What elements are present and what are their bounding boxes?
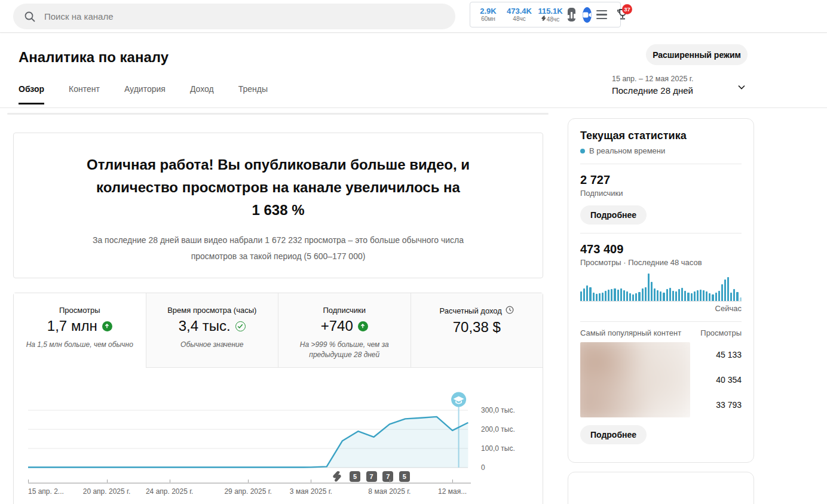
date-range-picker[interactable]: 15 апр. – 12 мая 2025 г. Последние 28 дн…: [612, 75, 753, 96]
realtime-bar: [691, 293, 693, 301]
analytics-tabs: ОбзорКонтентАудиторияДоходТренды: [19, 84, 268, 105]
realtime-bar: [599, 293, 601, 301]
subscribers-details-button[interactable]: Подробнее: [580, 205, 647, 225]
popular-content-header: Самый популярный контент: [580, 328, 681, 337]
realtime-bar: [687, 293, 689, 301]
chevron-down-icon: [736, 82, 747, 93]
video-thumbnails-blurred[interactable]: [580, 342, 690, 417]
x-axis-tick: [452, 480, 453, 483]
realtime-bar: [724, 279, 726, 301]
x-axis-tick: [248, 480, 249, 483]
realtime-bar: [712, 294, 713, 302]
published-videos-badge[interactable]: 5: [350, 471, 360, 482]
realtime-bar: [681, 288, 683, 301]
realtime-views-label: Просмотры · Последние 48 часов: [580, 258, 742, 267]
views-line-chart-svg[interactable]: [28, 395, 471, 469]
camera-extension-icon[interactable]: [583, 7, 592, 23]
achievements-trophy-icon[interactable]: 37: [615, 6, 630, 24]
realtime-bar: [614, 288, 615, 301]
realtime-bar: [721, 284, 723, 301]
divider: [7, 113, 549, 115]
metric-label-text: Подписчики: [323, 306, 366, 315]
realtime-bar: [715, 293, 717, 301]
popular-views-header: Просмотры: [700, 328, 742, 337]
metric-tab-watch-time[interactable]: Время просмотра (часы)3,4 тыс.Обычное зн…: [146, 293, 278, 368]
views-line-chart[interactable]: 5775 15 апр. 2...20 апр. 2025 г.24 апр. …: [28, 395, 471, 504]
highlight-title: Отличная работа! Вы опубликовали больше …: [14, 153, 543, 222]
milestone-badge-icon[interactable]: [451, 392, 466, 407]
shorts-bolt-icon: [541, 16, 546, 23]
tab-overview[interactable]: Обзор: [19, 84, 44, 105]
stats-items: 2.9K60мн473.4K48чс115.1K48чс: [474, 7, 564, 23]
realtime-bar: [666, 289, 668, 301]
tab-revenue[interactable]: Доход: [190, 84, 214, 105]
tab-content[interactable]: Контент: [69, 84, 100, 105]
realtime-bar-chart[interactable]: [580, 274, 742, 302]
x-axis-label: 20 апр. 2025 г.: [83, 487, 130, 496]
realtime-bar: [617, 290, 619, 301]
x-axis-label: 3 мая 2025 г.: [290, 487, 332, 496]
tab-audience[interactable]: Аудитория: [124, 84, 166, 105]
published-videos-badge[interactable]: 5: [399, 471, 410, 482]
realtime-bar: [605, 291, 607, 301]
metric-value: 70,38 $: [453, 319, 501, 336]
date-range-preset: Последние 28 дней: [612, 85, 753, 96]
secondary-sidebar-card: [568, 472, 754, 504]
tab-trends[interactable]: Тренды: [238, 84, 268, 105]
stat-item-1: 473.4K48чс: [506, 7, 533, 23]
realtime-bar: [611, 289, 612, 301]
search-input[interactable]: Поиск на канале: [13, 4, 455, 29]
notification-badge: 37: [622, 4, 632, 14]
analytics-bars-icon[interactable]: [568, 8, 575, 21]
realtime-stats-card: Текущая статистика В реальном времени 2 …: [568, 118, 754, 463]
realtime-bar: [657, 290, 658, 301]
divider: [0, 107, 827, 108]
extension-stats-widget: 2.9K60мн473.4K48чс115.1K48чс 37: [470, 2, 621, 27]
realtime-subscribers-label: Подписчики: [580, 189, 742, 198]
realtime-subscribers-value: 2 727: [580, 173, 742, 187]
stat-label: 48чс: [513, 16, 525, 22]
metric-note: На 1,5 млн больше, чем обычно: [26, 340, 133, 350]
x-axis-label: 8 мая 2025 г.: [368, 487, 411, 496]
published-videos-badge[interactable]: 7: [366, 471, 377, 482]
realtime-bar: [684, 291, 686, 301]
menu-icon[interactable]: [595, 10, 608, 20]
realtime-bar: [580, 291, 582, 301]
realtime-bar: [736, 292, 738, 301]
line-chart-plot[interactable]: [28, 395, 471, 472]
popular-details-button[interactable]: Подробнее: [580, 425, 647, 444]
popular-views-value: 40 354: [690, 367, 742, 392]
popular-content-header-row: Самый популярный контент Просмотры: [580, 328, 742, 337]
x-axis-tick: [107, 480, 108, 483]
published-videos-badge[interactable]: 7: [382, 471, 393, 482]
realtime-bar: [620, 288, 622, 301]
y-axis-label: 300,0 тыс.: [481, 406, 515, 414]
popular-views-value: 45 133: [690, 342, 742, 367]
realtime-bar: [730, 293, 732, 301]
advanced-mode-button[interactable]: Расширенный режим: [646, 44, 748, 65]
realtime-bar: [626, 291, 628, 301]
metric-value-text: +740: [321, 318, 353, 334]
realtime-bar: [660, 291, 661, 301]
realtime-title: Текущая статистика: [580, 130, 742, 142]
stat-item-2: 115.1K48чс: [537, 7, 564, 23]
realtime-bar: [642, 288, 644, 301]
metric-value: 3,4 тыс.: [179, 318, 246, 334]
metric-value-text: 1,7 млн: [47, 318, 97, 334]
realtime-bar: [678, 289, 680, 301]
shorts-icon[interactable]: [332, 471, 343, 483]
metric-label: Подписчики: [323, 306, 366, 315]
metric-tab-revenue[interactable]: Расчетный доход70,38 $: [411, 293, 543, 368]
metric-tab-views[interactable]: Просмотры1,7 млнНа 1,5 млн больше, чем о…: [14, 293, 146, 368]
x-axis-label: 29 апр. 2025 г.: [224, 487, 271, 496]
realtime-bar: [672, 291, 674, 301]
metric-value-text: 3,4 тыс.: [179, 318, 231, 334]
metric-label: Время просмотра (часы): [167, 306, 256, 315]
search-icon: [24, 11, 36, 23]
metric-value: +740: [321, 318, 368, 334]
metric-tab-subscribers[interactable]: Подписчики+740На >999 % больше, чем за п…: [278, 293, 411, 368]
realtime-bar: [694, 291, 696, 301]
x-axis-label: 24 апр. 2025 г.: [146, 487, 193, 496]
realtime-now-label: Сейчас: [580, 304, 742, 313]
x-axis-label: 15 апр. 2...: [28, 487, 64, 496]
